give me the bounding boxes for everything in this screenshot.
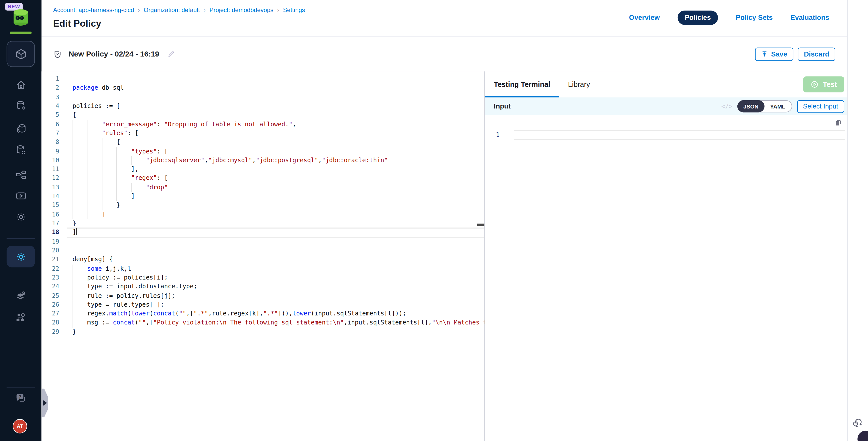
line-content: { [72, 111, 76, 120]
sidebar-item-layers[interactable] [0, 289, 41, 303]
infrastructure-gear-icon [14, 311, 27, 324]
line-number: 11 [41, 165, 59, 174]
editor-line[interactable]: 24 type := input.dbInstance.type; [41, 282, 484, 291]
tab-policy-sets[interactable]: Policy Sets [736, 14, 773, 22]
editor-line[interactable]: 14 ] [41, 192, 484, 201]
sidebar-item-home[interactable] [0, 79, 41, 91]
line-number: 19 [41, 237, 59, 246]
editor-line[interactable]: 8 { [41, 138, 484, 147]
line-content: rule := policy.rules[j]; [72, 291, 175, 301]
save-button[interactable]: Save [755, 47, 794, 61]
input-line-1[interactable]: 1 [485, 130, 845, 140]
editor-line[interactable]: 1 [41, 75, 484, 84]
editor-line[interactable]: 26 type = rule.types[_]; [41, 301, 484, 309]
tab-policies[interactable]: Policies [678, 10, 718, 25]
toggle-yaml[interactable]: YAML [764, 103, 792, 109]
editor-line[interactable]: 20 [41, 246, 484, 255]
line-number: 22 [41, 264, 59, 274]
editor-line[interactable]: 12 "regex": [ [41, 174, 484, 183]
line-number: 10 [41, 156, 59, 165]
database-dots-icon [14, 144, 27, 156]
line-content: regex.match(lower(concat("",[".*",rule.r… [72, 309, 406, 318]
editor-line[interactable]: 18] [41, 228, 484, 237]
sidebar-item-infrastructure[interactable] [0, 311, 41, 324]
edit-name-pencil-icon[interactable] [167, 50, 175, 58]
editor-line[interactable]: 9 "types": [ [41, 147, 484, 156]
breadcrumb-project[interactable]: Project: demodbdevops [210, 6, 274, 13]
line-number: 16 [41, 210, 59, 219]
sidebar-divider [6, 238, 35, 239]
editor-line[interactable]: 16 ] [41, 210, 484, 219]
sidebar-item-db-stack[interactable] [0, 122, 41, 134]
editor-line[interactable]: 15 } [41, 201, 484, 210]
select-input-button[interactable]: Select Input [797, 100, 844, 113]
line-number: 9 [41, 147, 59, 156]
editor-line[interactable]: 27 regex.match(lower(concat("",[".*",rul… [41, 309, 484, 318]
line-content: "types": [ [72, 147, 168, 156]
line-number: 7 [41, 129, 59, 138]
line-number: 2 [41, 84, 59, 93]
module-selector[interactable] [6, 41, 35, 67]
editor-line[interactable]: 13 "drop" [41, 183, 484, 192]
line-number: 18 [41, 228, 59, 237]
editor-line[interactable]: 21deny[msg] { [41, 255, 484, 264]
breadcrumb-settings[interactable]: Settings [283, 6, 305, 13]
editor-line[interactable]: 28 msg := concat("",["Policy violation:\… [41, 318, 484, 327]
chat-bubbles-icon[interactable] [851, 417, 864, 429]
sidebar-item-settings-gray[interactable] [0, 211, 41, 223]
discard-button[interactable]: Discard [798, 47, 835, 61]
editor-line[interactable]: 2package db_sql [41, 84, 484, 93]
line-content: msg := concat("",["Policy violation:\n T… [72, 318, 485, 327]
sidebar-item-db-settings[interactable] [0, 100, 41, 112]
test-button[interactable]: Test [803, 76, 844, 92]
line-content: } [72, 327, 76, 337]
editor-line[interactable]: 3 [41, 93, 484, 102]
editor-line[interactable]: 23 policy := policies[i]; [41, 274, 484, 283]
breadcrumb-organization[interactable]: Organization: default [144, 6, 200, 13]
line-content: ], [72, 165, 138, 174]
breadcrumb-account[interactable]: Account: app-harness-ng-cicd [53, 6, 134, 13]
left-sidebar: NEW [0, 0, 41, 441]
tab-evaluations[interactable]: Evaluations [790, 14, 829, 22]
sidebar-item-pipelines[interactable] [0, 169, 41, 181]
input-editor[interactable]: 1 [485, 115, 847, 441]
editor-line[interactable]: 6 "error_message": "Dropping of table is… [41, 120, 484, 129]
rego-code-editor[interactable]: 12package db_sql34policies := [5{6 "erro… [41, 71, 484, 441]
tab-overview[interactable]: Overview [629, 14, 660, 22]
copy-icon[interactable] [834, 119, 842, 127]
editor-line[interactable]: 25 rule := policy.rules[j]; [41, 291, 484, 301]
db-devops-logo[interactable] [10, 7, 31, 28]
editor-line[interactable]: 29} [41, 327, 484, 337]
tab-testing-terminal[interactable]: Testing Terminal [485, 71, 559, 97]
editor-lines: 12package db_sql34policies := [5{6 "erro… [41, 75, 484, 337]
line-content: ] [72, 210, 105, 219]
line-number: 3 [41, 93, 59, 102]
line-number: 23 [41, 274, 59, 283]
editor-line[interactable]: 7 "rules": [ [41, 129, 484, 138]
sidebar-item-help[interactable]: ? [0, 392, 41, 405]
home-icon [14, 79, 27, 91]
tab-library[interactable]: Library [559, 71, 599, 97]
editor-line[interactable]: 17} [41, 219, 484, 228]
editor-line[interactable]: 22 some i,j,k,l [41, 264, 484, 274]
line-number: 12 [41, 174, 59, 183]
assistant-fab[interactable] [858, 431, 868, 441]
line-content: "error_message": "Dropping of table is n… [72, 120, 296, 129]
editor-line[interactable]: 10 "jdbc:sqlserver","jdbc:mysql","jdbc:p… [41, 156, 484, 165]
editor-line[interactable]: 11 ], [41, 165, 484, 174]
line-number: 25 [41, 291, 59, 301]
toggle-json[interactable]: JSON [737, 100, 765, 112]
line-number: 13 [41, 183, 59, 192]
sidebar-item-executions[interactable] [0, 190, 41, 202]
line-content: "drop" [72, 183, 168, 192]
line-number: 17 [41, 219, 59, 228]
sidebar-item-db-deploy[interactable] [0, 144, 41, 156]
editor-line[interactable]: 19 [41, 237, 484, 246]
format-toggle[interactable]: JSON YAML [737, 100, 792, 112]
sidebar-item-settings-active[interactable] [6, 246, 35, 267]
editor-line[interactable]: 4policies := [ [41, 102, 484, 111]
line-number: 1 [41, 75, 59, 84]
editor-line[interactable]: 5{ [41, 111, 484, 120]
upload-icon [761, 51, 768, 58]
user-avatar[interactable]: AT [13, 419, 27, 433]
